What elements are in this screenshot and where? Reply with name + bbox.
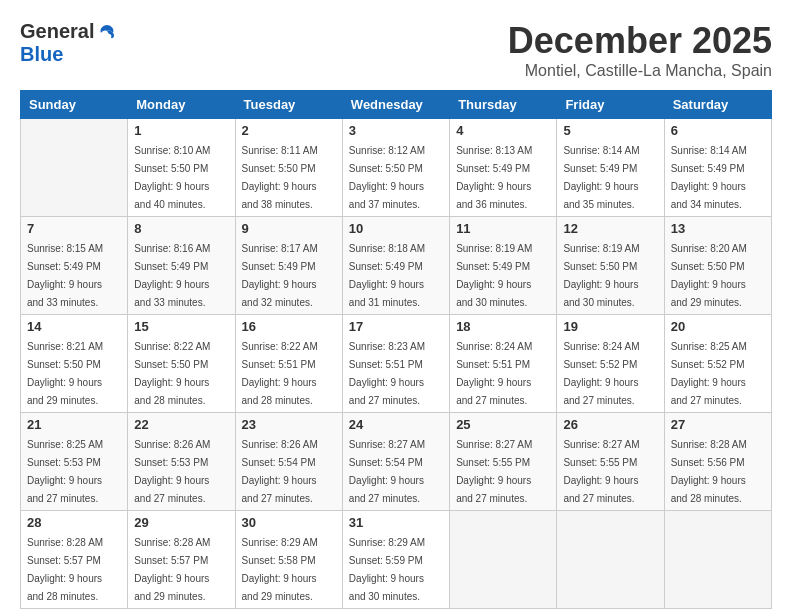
calendar-cell: 23 Sunrise: 8:26 AMSunset: 5:54 PMDaylig… — [235, 413, 342, 511]
calendar-cell: 25 Sunrise: 8:27 AMSunset: 5:55 PMDaylig… — [450, 413, 557, 511]
day-info: Sunrise: 8:15 AMSunset: 5:49 PMDaylight:… — [27, 243, 103, 308]
day-number: 1 — [134, 123, 228, 138]
day-number: 4 — [456, 123, 550, 138]
col-monday: Monday — [128, 91, 235, 119]
col-thursday: Thursday — [450, 91, 557, 119]
month-year-title: December 2025 — [508, 20, 772, 62]
day-info: Sunrise: 8:19 AMSunset: 5:50 PMDaylight:… — [563, 243, 639, 308]
day-number: 16 — [242, 319, 336, 334]
title-block: December 2025 Montiel, Castille-La Manch… — [508, 20, 772, 80]
day-number: 18 — [456, 319, 550, 334]
day-info: Sunrise: 8:27 AMSunset: 5:54 PMDaylight:… — [349, 439, 425, 504]
calendar-cell: 20 Sunrise: 8:25 AMSunset: 5:52 PMDaylig… — [664, 315, 771, 413]
calendar-cell: 5 Sunrise: 8:14 AMSunset: 5:49 PMDayligh… — [557, 119, 664, 217]
col-tuesday: Tuesday — [235, 91, 342, 119]
logo-blue-text: Blue — [20, 43, 63, 66]
day-info: Sunrise: 8:29 AMSunset: 5:58 PMDaylight:… — [242, 537, 318, 602]
calendar-cell: 19 Sunrise: 8:24 AMSunset: 5:52 PMDaylig… — [557, 315, 664, 413]
calendar-week-row-3: 21 Sunrise: 8:25 AMSunset: 5:53 PMDaylig… — [21, 413, 772, 511]
day-info: Sunrise: 8:13 AMSunset: 5:49 PMDaylight:… — [456, 145, 532, 210]
day-number: 25 — [456, 417, 550, 432]
day-info: Sunrise: 8:14 AMSunset: 5:49 PMDaylight:… — [671, 145, 747, 210]
calendar-cell: 16 Sunrise: 8:22 AMSunset: 5:51 PMDaylig… — [235, 315, 342, 413]
calendar-cell: 4 Sunrise: 8:13 AMSunset: 5:49 PMDayligh… — [450, 119, 557, 217]
calendar-week-row-2: 14 Sunrise: 8:21 AMSunset: 5:50 PMDaylig… — [21, 315, 772, 413]
calendar-cell: 7 Sunrise: 8:15 AMSunset: 5:49 PMDayligh… — [21, 217, 128, 315]
day-number: 10 — [349, 221, 443, 236]
calendar-week-row-4: 28 Sunrise: 8:28 AMSunset: 5:57 PMDaylig… — [21, 511, 772, 609]
day-info: Sunrise: 8:28 AMSunset: 5:57 PMDaylight:… — [27, 537, 103, 602]
calendar-cell: 11 Sunrise: 8:19 AMSunset: 5:49 PMDaylig… — [450, 217, 557, 315]
day-number: 5 — [563, 123, 657, 138]
day-info: Sunrise: 8:24 AMSunset: 5:51 PMDaylight:… — [456, 341, 532, 406]
calendar-cell: 29 Sunrise: 8:28 AMSunset: 5:57 PMDaylig… — [128, 511, 235, 609]
day-number: 27 — [671, 417, 765, 432]
calendar-cell — [450, 511, 557, 609]
calendar-cell: 28 Sunrise: 8:28 AMSunset: 5:57 PMDaylig… — [21, 511, 128, 609]
calendar-week-row-0: 1 Sunrise: 8:10 AMSunset: 5:50 PMDayligh… — [21, 119, 772, 217]
col-saturday: Saturday — [664, 91, 771, 119]
day-info: Sunrise: 8:12 AMSunset: 5:50 PMDaylight:… — [349, 145, 425, 210]
calendar-cell: 8 Sunrise: 8:16 AMSunset: 5:49 PMDayligh… — [128, 217, 235, 315]
location-subtitle: Montiel, Castille-La Mancha, Spain — [508, 62, 772, 80]
day-info: Sunrise: 8:21 AMSunset: 5:50 PMDaylight:… — [27, 341, 103, 406]
day-info: Sunrise: 8:26 AMSunset: 5:54 PMDaylight:… — [242, 439, 318, 504]
day-info: Sunrise: 8:24 AMSunset: 5:52 PMDaylight:… — [563, 341, 639, 406]
calendar-cell: 3 Sunrise: 8:12 AMSunset: 5:50 PMDayligh… — [342, 119, 449, 217]
day-number: 6 — [671, 123, 765, 138]
calendar-cell — [21, 119, 128, 217]
day-info: Sunrise: 8:27 AMSunset: 5:55 PMDaylight:… — [456, 439, 532, 504]
calendar-cell: 6 Sunrise: 8:14 AMSunset: 5:49 PMDayligh… — [664, 119, 771, 217]
day-info: Sunrise: 8:26 AMSunset: 5:53 PMDaylight:… — [134, 439, 210, 504]
day-info: Sunrise: 8:25 AMSunset: 5:52 PMDaylight:… — [671, 341, 747, 406]
day-number: 3 — [349, 123, 443, 138]
calendar-cell: 1 Sunrise: 8:10 AMSunset: 5:50 PMDayligh… — [128, 119, 235, 217]
day-info: Sunrise: 8:16 AMSunset: 5:49 PMDaylight:… — [134, 243, 210, 308]
day-number: 11 — [456, 221, 550, 236]
col-sunday: Sunday — [21, 91, 128, 119]
calendar-cell: 14 Sunrise: 8:21 AMSunset: 5:50 PMDaylig… — [21, 315, 128, 413]
day-number: 12 — [563, 221, 657, 236]
calendar-cell: 12 Sunrise: 8:19 AMSunset: 5:50 PMDaylig… — [557, 217, 664, 315]
col-friday: Friday — [557, 91, 664, 119]
day-info: Sunrise: 8:10 AMSunset: 5:50 PMDaylight:… — [134, 145, 210, 210]
day-number: 14 — [27, 319, 121, 334]
calendar-cell — [557, 511, 664, 609]
day-number: 22 — [134, 417, 228, 432]
col-wednesday: Wednesday — [342, 91, 449, 119]
day-info: Sunrise: 8:28 AMSunset: 5:56 PMDaylight:… — [671, 439, 747, 504]
day-number: 13 — [671, 221, 765, 236]
day-number: 21 — [27, 417, 121, 432]
calendar-cell: 27 Sunrise: 8:28 AMSunset: 5:56 PMDaylig… — [664, 413, 771, 511]
day-number: 17 — [349, 319, 443, 334]
day-info: Sunrise: 8:25 AMSunset: 5:53 PMDaylight:… — [27, 439, 103, 504]
day-number: 7 — [27, 221, 121, 236]
day-info: Sunrise: 8:22 AMSunset: 5:51 PMDaylight:… — [242, 341, 318, 406]
calendar-cell: 17 Sunrise: 8:23 AMSunset: 5:51 PMDaylig… — [342, 315, 449, 413]
day-number: 20 — [671, 319, 765, 334]
day-info: Sunrise: 8:23 AMSunset: 5:51 PMDaylight:… — [349, 341, 425, 406]
day-info: Sunrise: 8:22 AMSunset: 5:50 PMDaylight:… — [134, 341, 210, 406]
calendar-cell: 10 Sunrise: 8:18 AMSunset: 5:49 PMDaylig… — [342, 217, 449, 315]
day-number: 26 — [563, 417, 657, 432]
calendar-cell: 15 Sunrise: 8:22 AMSunset: 5:50 PMDaylig… — [128, 315, 235, 413]
day-number: 19 — [563, 319, 657, 334]
logo: General Blue — [20, 20, 117, 66]
day-info: Sunrise: 8:18 AMSunset: 5:49 PMDaylight:… — [349, 243, 425, 308]
calendar-header-row: Sunday Monday Tuesday Wednesday Thursday… — [21, 91, 772, 119]
day-info: Sunrise: 8:20 AMSunset: 5:50 PMDaylight:… — [671, 243, 747, 308]
logo-general-text: General — [20, 20, 94, 43]
day-number: 15 — [134, 319, 228, 334]
logo-bottom-row: Blue — [20, 43, 63, 66]
day-number: 23 — [242, 417, 336, 432]
calendar-cell: 2 Sunrise: 8:11 AMSunset: 5:50 PMDayligh… — [235, 119, 342, 217]
day-info: Sunrise: 8:28 AMSunset: 5:57 PMDaylight:… — [134, 537, 210, 602]
day-info: Sunrise: 8:17 AMSunset: 5:49 PMDaylight:… — [242, 243, 318, 308]
day-info: Sunrise: 8:11 AMSunset: 5:50 PMDaylight:… — [242, 145, 318, 210]
day-info: Sunrise: 8:19 AMSunset: 5:49 PMDaylight:… — [456, 243, 532, 308]
logo-top-row: General — [20, 20, 117, 43]
day-number: 31 — [349, 515, 443, 530]
calendar-cell: 9 Sunrise: 8:17 AMSunset: 5:49 PMDayligh… — [235, 217, 342, 315]
calendar-cell: 13 Sunrise: 8:20 AMSunset: 5:50 PMDaylig… — [664, 217, 771, 315]
page-header: General Blue December 2025 Montiel, Cast… — [20, 20, 772, 80]
